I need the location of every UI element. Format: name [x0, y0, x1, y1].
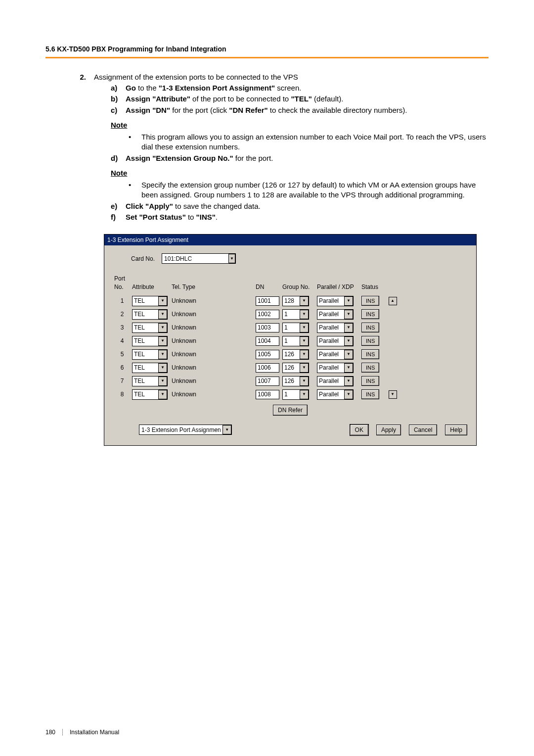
dropdown-arrow-icon[interactable]: ▼ — [228, 254, 235, 263]
status-button[interactable]: INS — [361, 309, 379, 319]
status-button[interactable]: INS — [361, 389, 379, 399]
dn-field[interactable]: 1002 — [256, 310, 279, 319]
body-content: 2. Assignment of the extension ports to … — [45, 72, 489, 446]
attribute-select[interactable]: TEL▼ — [132, 336, 168, 346]
tel-type: Unknown — [171, 377, 255, 385]
dropdown-arrow-icon[interactable]: ▼ — [344, 377, 353, 386]
dropdown-arrow-icon[interactable]: ▼ — [158, 350, 167, 359]
attribute-select[interactable]: TEL▼ — [132, 349, 168, 360]
attribute-select[interactable]: TEL▼ — [132, 389, 168, 400]
sub-f-text: Set "Port Status" to "INS". — [126, 212, 487, 222]
dropdown-arrow-icon[interactable]: ▼ — [344, 390, 353, 399]
screen-select[interactable]: ▼ — [139, 425, 232, 435]
section-header: 5.6 KX-TD500 PBX Programming for Inband … — [45, 45, 489, 54]
page-footer: 180 Installation Manual — [45, 728, 119, 736]
scroll-down-icon[interactable]: ▼ — [389, 390, 397, 399]
table-row: 6TEL▼Unknown1006126▼Parallel▼INS — [113, 363, 467, 373]
attribute-select[interactable]: TEL▼ — [132, 323, 168, 333]
dropdown-arrow-icon[interactable]: ▼ — [300, 350, 309, 359]
table-row: 3TEL▼Unknown10031▼Parallel▼INS — [113, 323, 467, 333]
group-no-select[interactable]: 1▼ — [282, 323, 309, 333]
dn-field[interactable]: 1003 — [256, 323, 279, 332]
dn-field[interactable]: 1001 — [256, 296, 279, 306]
scroll-up-icon[interactable]: ▲ — [389, 297, 397, 305]
dropdown-arrow-icon[interactable]: ▼ — [344, 363, 353, 373]
attribute-select[interactable]: TEL▼ — [132, 363, 168, 373]
status-button[interactable]: INS — [361, 363, 379, 373]
sub-c-letter: c) — [111, 105, 120, 115]
dn-field[interactable]: 1004 — [256, 336, 279, 346]
dn-field[interactable]: 1006 — [256, 363, 279, 373]
dn-field[interactable]: 1008 — [256, 390, 279, 399]
attribute-select[interactable]: TEL▼ — [132, 309, 168, 320]
dropdown-arrow-icon[interactable]: ▼ — [300, 363, 309, 373]
apply-button[interactable]: Apply — [376, 425, 401, 435]
dn-refer-button[interactable]: DN Refer — [273, 405, 308, 416]
status-button[interactable]: INS — [361, 376, 379, 386]
dropdown-arrow-icon[interactable]: ▼ — [300, 390, 309, 399]
table-row: 5TEL▼Unknown1005126▼Parallel▼INS — [113, 349, 467, 360]
dropdown-arrow-icon[interactable]: ▼ — [158, 390, 167, 399]
dropdown-arrow-icon[interactable]: ▼ — [158, 336, 167, 346]
parallel-xdp-select[interactable]: Parallel▼ — [317, 296, 354, 306]
footer-separator — [62, 729, 63, 736]
status-button[interactable]: INS — [361, 296, 379, 306]
help-button[interactable]: Help — [445, 425, 467, 435]
dropdown-arrow-icon[interactable]: ▼ — [300, 377, 309, 386]
tel-type: Unknown — [171, 350, 255, 358]
step-intro: Assignment of the extension ports to be … — [94, 72, 487, 82]
sub-a-letter: a) — [111, 83, 120, 93]
dropdown-arrow-icon[interactable]: ▼ — [344, 350, 353, 359]
note-2-text: Specify the extension group number (126 … — [141, 180, 487, 200]
group-no-select[interactable]: 126▼ — [282, 363, 309, 373]
group-no-select[interactable]: 1▼ — [282, 336, 309, 346]
parallel-xdp-select[interactable]: Parallel▼ — [317, 349, 354, 360]
dropdown-arrow-icon[interactable]: ▼ — [158, 296, 167, 306]
group-no-select[interactable]: 1▼ — [282, 389, 309, 400]
dropdown-arrow-icon[interactable]: ▼ — [344, 296, 353, 306]
group-no-select[interactable]: 1▼ — [282, 309, 309, 320]
dn-field[interactable]: 1005 — [256, 350, 279, 359]
parallel-xdp-select[interactable]: Parallel▼ — [317, 323, 354, 333]
dropdown-arrow-icon[interactable]: ▼ — [300, 310, 309, 319]
ok-button[interactable]: OK — [350, 425, 368, 435]
port-no: 7 — [113, 377, 131, 385]
dropdown-arrow-icon[interactable]: ▼ — [158, 377, 167, 386]
dropdown-arrow-icon[interactable]: ▼ — [158, 323, 167, 332]
attribute-select[interactable]: TEL▼ — [132, 296, 168, 306]
dropdown-arrow-icon[interactable]: ▼ — [300, 323, 309, 332]
sub-d-text: Assign "Extension Group No." for the por… — [126, 153, 487, 163]
dropdown-arrow-icon[interactable]: ▼ — [158, 363, 167, 373]
table-row: 1TEL▼Unknown1001128▼Parallel▼INS▲ — [113, 296, 467, 306]
dropdown-arrow-icon[interactable]: ▼ — [300, 296, 309, 306]
dropdown-arrow-icon[interactable]: ▼ — [344, 310, 353, 319]
card-no-input[interactable] — [162, 254, 228, 263]
group-no-select[interactable]: 126▼ — [282, 349, 309, 360]
dn-field[interactable]: 1007 — [256, 377, 279, 386]
dropdown-arrow-icon[interactable]: ▼ — [158, 310, 167, 319]
note-2-label: Note — [111, 168, 487, 178]
parallel-xdp-select[interactable]: Parallel▼ — [317, 376, 354, 386]
dropdown-arrow-icon[interactable]: ▼ — [300, 336, 309, 346]
attribute-select[interactable]: TEL▼ — [132, 376, 168, 386]
col-status: Status — [360, 283, 388, 291]
group-no-select[interactable]: 128▼ — [282, 296, 309, 306]
screen-select-input[interactable] — [139, 425, 222, 434]
card-no-select[interactable]: ▼ — [162, 253, 236, 264]
parallel-xdp-select[interactable]: Parallel▼ — [317, 336, 354, 346]
card-no-label: Card No. — [131, 255, 155, 263]
footer-title: Installation Manual — [70, 728, 119, 736]
col-dn: DN — [255, 283, 281, 291]
cancel-button[interactable]: Cancel — [409, 425, 437, 435]
status-button[interactable]: INS — [361, 349, 379, 359]
parallel-xdp-select[interactable]: Parallel▼ — [317, 363, 354, 373]
dropdown-arrow-icon[interactable]: ▼ — [222, 425, 231, 434]
parallel-xdp-select[interactable]: Parallel▼ — [317, 389, 354, 400]
bullet-dot: • — [129, 132, 132, 152]
group-no-select[interactable]: 126▼ — [282, 376, 309, 386]
dropdown-arrow-icon[interactable]: ▼ — [344, 323, 353, 332]
dropdown-arrow-icon[interactable]: ▼ — [344, 336, 353, 346]
parallel-xdp-select[interactable]: Parallel▼ — [317, 309, 354, 320]
status-button[interactable]: INS — [361, 336, 379, 346]
status-button[interactable]: INS — [361, 323, 379, 332]
